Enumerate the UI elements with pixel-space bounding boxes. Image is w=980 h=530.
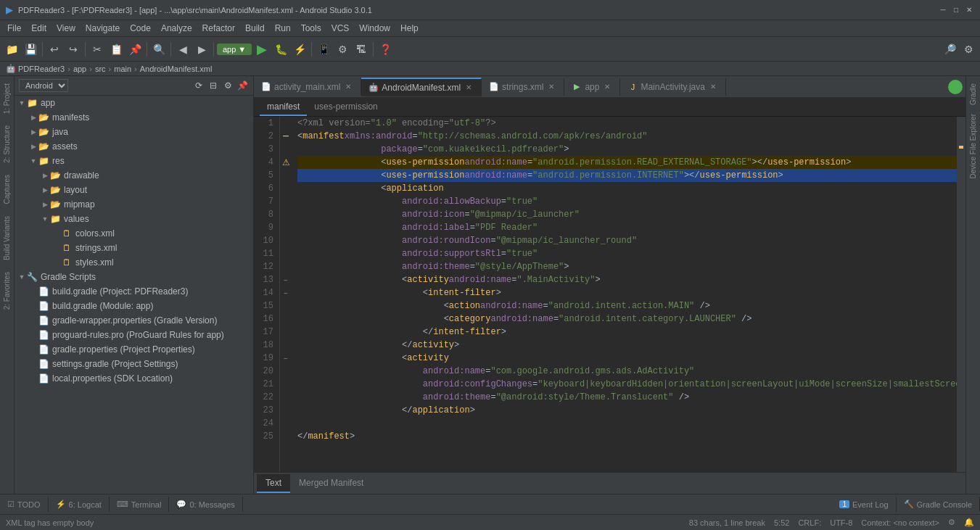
breadcrumb-app[interactable]: app [73, 65, 86, 73]
project-structure-button[interactable]: 🏗 [353, 41, 370, 58]
tree-item-values[interactable]: 📁 values [15, 212, 253, 226]
code-editor[interactable]: <?xml version="1.0" encoding="utf-8"?> <… [292, 117, 965, 472]
tree-item-gradle-props[interactable]: 📄 gradle.properties (Project Properties) [15, 342, 253, 357]
menu-window[interactable]: Window [355, 22, 395, 35]
forward-button[interactable]: ▶ [193, 41, 210, 58]
fold-activity-13[interactable]: − [280, 273, 292, 286]
tree-arrow-mipmap[interactable] [41, 201, 49, 208]
sync-icon[interactable]: ⟳ [192, 79, 205, 92]
search-button[interactable]: 🔍 [150, 41, 168, 58]
tree-item-assets[interactable]: 📂 assets [15, 139, 253, 154]
breadcrumb-project[interactable]: PDFReader3 [18, 65, 65, 73]
warn-line-4[interactable]: ⚠ [280, 156, 292, 169]
fold-intent-14[interactable]: − [280, 286, 292, 299]
favorites-tool-window[interactable]: 2: Favorites [1, 268, 12, 314]
tree-arrow-gradle[interactable] [17, 273, 26, 281]
tree-item-strings-xml[interactable]: 🗒 strings.xml [15, 241, 253, 255]
help-button[interactable]: ❓ [376, 41, 394, 58]
menu-tools[interactable]: Tools [297, 22, 326, 35]
tree-item-colors-xml[interactable]: 🗒 colors.xml [15, 226, 253, 241]
menu-navigate[interactable]: Navigate [81, 22, 124, 35]
copy-button[interactable]: 📋 [107, 41, 125, 58]
sub-tab-uses-permission[interactable]: uses-permission [307, 99, 384, 116]
menu-help[interactable]: Help [396, 22, 423, 35]
tree-item-mipmap[interactable]: 📂 mipmap [15, 197, 253, 212]
tree-item-drawable[interactable]: 📂 drawable [15, 168, 253, 183]
tab-mainactivity[interactable]: J MainActivity.java ✕ [620, 78, 725, 96]
gradle-tool-window[interactable]: Gradle [968, 79, 979, 109]
run-button[interactable]: ▶ [253, 41, 271, 58]
cut-button[interactable]: ✂ [88, 41, 106, 58]
tab-app[interactable]: ▶ app ✕ [564, 78, 620, 96]
debug-button[interactable]: 🐛 [272, 41, 289, 58]
project-tool-window[interactable]: 1: Project [1, 79, 12, 118]
menu-view[interactable]: View [52, 22, 80, 35]
save-button[interactable]: 💾 [22, 41, 39, 58]
terminal-tool[interactable]: ⌨ Terminal [110, 497, 170, 512]
fold-activity-19[interactable]: − [280, 352, 292, 365]
tree-arrow-assets[interactable] [29, 143, 38, 150]
menu-vcs[interactable]: VCS [327, 22, 354, 35]
status-line-ending[interactable]: CRLF: [798, 518, 821, 527]
device-file-explorer-tool-window[interactable]: Device File Explorer [968, 109, 979, 183]
run-tests-button[interactable]: ⚡ [291, 41, 308, 58]
tab-manifest[interactable]: 🤖 AndroidManifest.xml ✕ [361, 78, 482, 96]
messages-tool[interactable]: 💬 0: Messages [169, 497, 242, 512]
settings-icon-status[interactable]: ⚙ [948, 518, 955, 527]
tab-close-activity[interactable]: ✕ [343, 82, 353, 92]
tree-item-layout[interactable]: 📂 layout [15, 183, 253, 197]
tree-item-manifests[interactable]: 📂 manifests [15, 110, 253, 125]
tree-item-gradle-scripts[interactable]: 🔧 Gradle Scripts [15, 270, 253, 284]
tree-item-app[interactable]: 📁 app [15, 96, 253, 110]
menu-analyze[interactable]: Analyze [157, 22, 197, 35]
logcat-tool[interactable]: ⚡ 6: Logcat [49, 497, 110, 512]
view-dropdown[interactable]: Android [19, 79, 68, 92]
back-button[interactable]: ◀ [174, 41, 192, 58]
breadcrumb-main[interactable]: main [114, 65, 131, 73]
avd-button[interactable]: 📱 [315, 41, 332, 58]
notifications-icon[interactable]: 🔔 [964, 518, 974, 527]
fold-manifest[interactable]: − [280, 130, 292, 143]
tab-close-manifest[interactable]: ✕ [464, 83, 474, 93]
tree-item-gradle-wrapper[interactable]: 📄 gradle-wrapper.properties (Gradle Vers… [15, 313, 253, 328]
tree-arrow-manifests[interactable] [29, 114, 38, 121]
build-variants-tool-window[interactable]: Build Variants [1, 212, 12, 265]
minimize-button[interactable]: ─ [938, 5, 948, 15]
tab-close-app[interactable]: ✕ [602, 82, 612, 92]
tree-arrow-java[interactable] [29, 128, 38, 136]
tree-item-build-gradle-module[interactable]: 📄 build.gradle (Module: app) [15, 299, 253, 313]
tab-close-strings[interactable]: ✕ [546, 82, 556, 92]
menu-refactor[interactable]: Refactor [198, 22, 239, 35]
breadcrumb-root[interactable]: 🤖 PDFReader3 [6, 64, 65, 73]
breadcrumb-src[interactable]: src [95, 65, 106, 73]
run-config-dropdown[interactable]: app ▼ [217, 44, 252, 55]
tree-item-settings-gradle[interactable]: 📄 settings.gradle (Project Settings) [15, 357, 253, 371]
sdk-button[interactable]: ⚙ [334, 41, 351, 58]
tree-arrow-values[interactable] [41, 215, 49, 223]
bottom-tab-text[interactable]: Text [257, 474, 290, 493]
gradle-console-tool[interactable]: 🔨 Gradle Console [897, 497, 980, 512]
undo-button[interactable]: ↩ [46, 41, 63, 58]
captures-tool-window[interactable]: Captures [1, 170, 12, 209]
tree-item-build-gradle-project[interactable]: 📄 build.gradle (Project: PDFReader3) [15, 284, 253, 299]
bottom-tab-merged-manifest[interactable]: Merged Manifest [290, 474, 372, 493]
tree-item-styles-xml[interactable]: 🗒 styles.xml [15, 255, 253, 270]
tree-arrow-drawable[interactable] [41, 172, 49, 179]
tree-arrow-res[interactable] [29, 157, 38, 165]
pin-icon[interactable]: 📌 [236, 79, 249, 92]
collapse-all-icon[interactable]: ⊟ [207, 79, 220, 92]
open-button[interactable]: 📁 [3, 41, 20, 58]
tree-item-proguard[interactable]: 📄 proguard-rules.pro (ProGuard Rules for… [15, 328, 253, 342]
status-encoding[interactable]: UTF-8 [830, 518, 852, 527]
scroll-track[interactable] [957, 117, 965, 472]
paste-button[interactable]: 📌 [126, 41, 144, 58]
menu-run[interactable]: Run [271, 22, 295, 35]
redo-button[interactable]: ↪ [65, 41, 82, 58]
structure-tool-window[interactable]: 2: Structure [1, 121, 12, 167]
tab-activity-main[interactable]: 📄 activity_main.xml ✕ [254, 78, 361, 96]
breadcrumb-file[interactable]: AndroidManifest.xml [140, 65, 213, 73]
tree-arrow-app[interactable] [17, 99, 26, 107]
settings-button[interactable]: ⚙ [960, 41, 977, 58]
menu-build[interactable]: Build [241, 22, 269, 35]
tree-item-res[interactable]: 📁 res [15, 154, 253, 168]
